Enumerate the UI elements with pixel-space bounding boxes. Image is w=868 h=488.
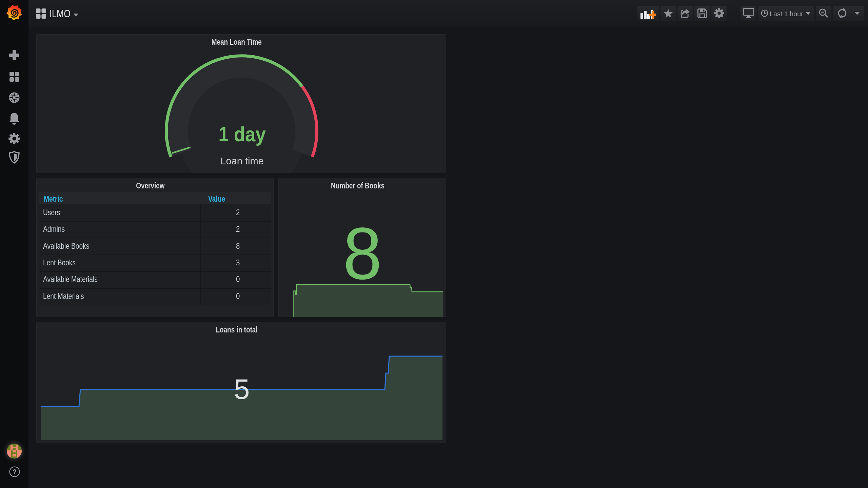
svg-text:?: ? <box>13 468 17 475</box>
svg-text:1 day: 1 day <box>218 122 266 146</box>
svg-text:8: 8 <box>343 212 382 294</box>
svg-text:5: 5 <box>234 373 250 405</box>
svg-text:Loan time: Loan time <box>220 156 263 166</box>
